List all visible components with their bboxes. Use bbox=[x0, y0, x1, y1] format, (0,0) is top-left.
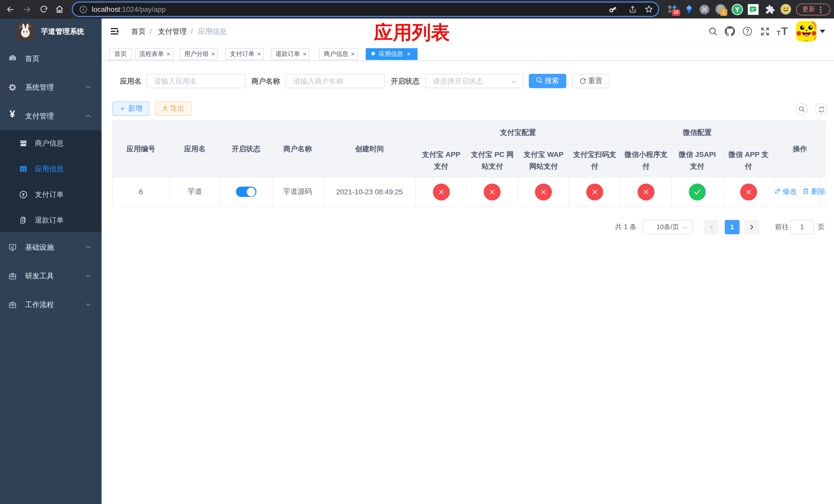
svg-text:¥: ¥ bbox=[22, 192, 25, 197]
svg-text:⌘: ⌘ bbox=[701, 6, 707, 13]
